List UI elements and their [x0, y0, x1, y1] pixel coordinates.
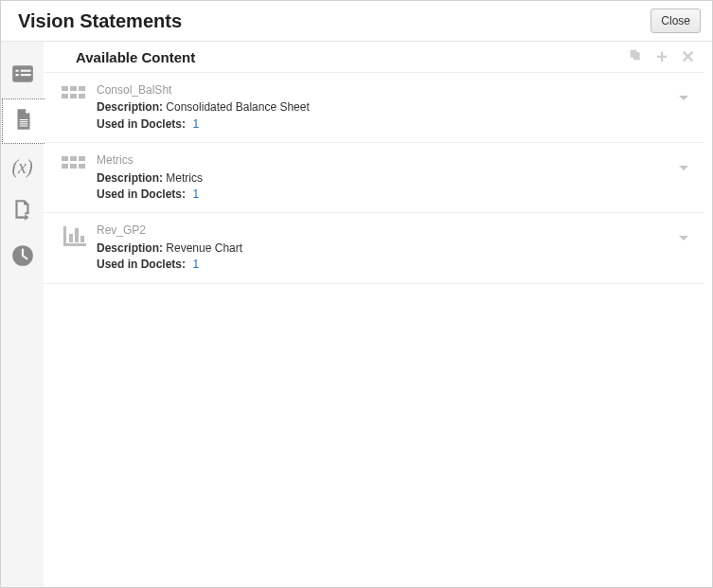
used-in-count[interactable]: 1 — [192, 258, 199, 271]
document-icon — [11, 107, 36, 135]
content-used-in-line: Used in Doclets: 1 — [97, 116, 672, 133]
grid-icon — [53, 82, 97, 107]
svg-rect-6 — [19, 121, 27, 122]
sidebar-tab-document[interactable] — [2, 98, 45, 144]
main-panel: Available Content + ✕ Consol_BalSht — [44, 42, 712, 587]
sidebar-tab-export[interactable] — [1, 189, 44, 235]
content-name: Consol_BalSht — [97, 82, 672, 98]
content-description-line: Description: Revenue Chart — [97, 241, 672, 257]
svg-rect-26 — [69, 234, 73, 242]
svg-rect-22 — [70, 164, 77, 169]
delete-icon[interactable]: ✕ — [681, 49, 695, 64]
section-header-actions: + ✕ — [628, 47, 695, 66]
svg-rect-17 — [79, 94, 85, 98]
copy-icon[interactable] — [628, 47, 643, 66]
description-value: Consolidated Balance Sheet — [166, 100, 309, 114]
content-name: Metrics — [97, 152, 672, 169]
svg-rect-23 — [79, 164, 85, 169]
chart-icon — [53, 223, 97, 247]
dialog-body: (x) Available Content + — [1, 42, 712, 587]
content-list: Consol_BalSht Description: Consolidated … — [44, 72, 704, 284]
used-in-label: Used in Doclets: — [97, 187, 186, 201]
svg-rect-28 — [80, 236, 84, 242]
export-icon — [10, 198, 35, 226]
svg-rect-21 — [62, 164, 68, 169]
dialog-title: Vision Statements — [18, 10, 182, 32]
svg-rect-7 — [19, 123, 27, 124]
content-row-body: Metrics Description: Metrics Used in Doc… — [97, 152, 672, 203]
content-description-line: Description: Consolidated Balance Sheet — [97, 99, 672, 116]
expand-caret[interactable] — [672, 82, 695, 103]
content-name: Rev_GP2 — [97, 223, 672, 239]
sidebar: (x) — [1, 42, 44, 587]
svg-rect-25 — [63, 243, 86, 246]
svg-rect-8 — [19, 126, 27, 127]
svg-rect-13 — [70, 86, 77, 91]
svg-rect-1 — [15, 70, 18, 72]
list-icon — [10, 62, 35, 90]
svg-rect-15 — [62, 94, 68, 98]
svg-rect-5 — [19, 119, 27, 120]
svg-rect-11 — [633, 52, 640, 60]
sidebar-tab-list[interactable] — [1, 53, 44, 98]
variable-icon: (x) — [11, 156, 32, 178]
clock-icon — [10, 243, 35, 272]
add-icon[interactable]: + — [656, 49, 668, 64]
svg-rect-2 — [20, 70, 30, 72]
content-used-in-line: Used in Doclets: 1 — [97, 257, 672, 273]
content-used-in-line: Used in Doclets: 1 — [97, 187, 672, 203]
used-in-label: Used in Doclets: — [97, 258, 186, 271]
sidebar-tab-variable[interactable]: (x) — [1, 144, 44, 189]
used-in-count[interactable]: 1 — [192, 187, 199, 201]
section-header: Available Content + ✕ — [44, 42, 704, 72]
content-row-body: Consol_BalSht Description: Consolidated … — [97, 82, 672, 133]
content-description-line: Description: Metrics — [97, 170, 672, 187]
svg-rect-3 — [15, 74, 18, 76]
svg-rect-14 — [79, 86, 85, 91]
dialog-window: Vision Statements Close (x) — [0, 0, 713, 588]
description-value: Revenue Chart — [166, 241, 242, 255]
description-label: Description: — [97, 171, 163, 185]
svg-rect-24 — [63, 226, 66, 245]
content-row-body: Rev_GP2 Description: Revenue Chart Used … — [97, 223, 672, 273]
svg-rect-19 — [70, 156, 77, 161]
description-value: Metrics — [166, 171, 203, 185]
svg-rect-12 — [62, 86, 68, 91]
section-title: Available Content — [76, 49, 195, 65]
content-row[interactable]: Consol_BalSht Description: Consolidated … — [44, 72, 704, 143]
close-button[interactable]: Close — [651, 9, 701, 33]
grid-icon — [53, 152, 97, 177]
svg-rect-16 — [70, 94, 77, 98]
expand-caret[interactable] — [672, 223, 695, 243]
expand-caret[interactable] — [672, 152, 695, 173]
svg-rect-4 — [20, 74, 30, 76]
description-label: Description: — [97, 241, 163, 255]
sidebar-tab-history[interactable] — [1, 235, 44, 280]
used-in-label: Used in Doclets: — [97, 117, 186, 131]
description-label: Description: — [97, 100, 163, 114]
svg-rect-27 — [75, 228, 79, 242]
svg-rect-20 — [79, 156, 85, 161]
content-row[interactable]: Metrics Description: Metrics Used in Doc… — [44, 143, 704, 213]
content-row[interactable]: Rev_GP2 Description: Revenue Chart Used … — [44, 213, 704, 283]
svg-rect-18 — [62, 156, 68, 161]
title-bar: Vision Statements Close — [1, 1, 712, 41]
used-in-count[interactable]: 1 — [192, 117, 199, 131]
